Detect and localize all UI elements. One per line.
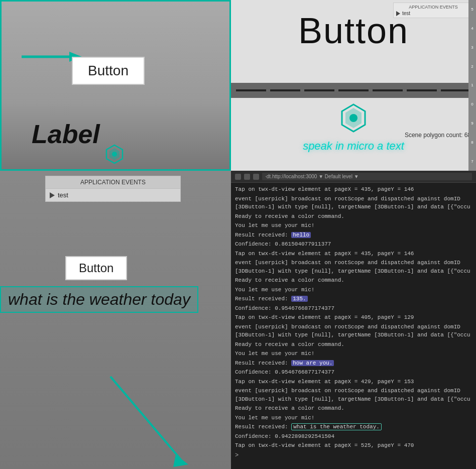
console-line: Tap on twx-dt-view element at pageX = 40… bbox=[235, 313, 472, 322]
console-line: Ready to receive a color command. bbox=[235, 212, 472, 221]
side-numbers: 54321 0987 bbox=[468, 0, 476, 171]
console-line: Ready to receive a color command. bbox=[235, 276, 472, 285]
left-top-panel: Button Label bbox=[0, 0, 231, 171]
svg-marker-12 bbox=[173, 454, 188, 467]
button-widget-lb[interactable]: Button bbox=[65, 256, 127, 280]
right-top-panel: APPLICATION EVENTS test Button Scene pol… bbox=[231, 0, 476, 171]
console-line: You let me use your mic! bbox=[235, 349, 472, 359]
console-url-bar[interactable] bbox=[262, 173, 472, 180]
console-line: Confidence: 0.9546766877174377 bbox=[235, 304, 472, 313]
result-weather-highlight: what is the weather today. bbox=[291, 423, 382, 430]
console-line: Result received: how are you. bbox=[235, 359, 472, 368]
hexagon-icon-right-top bbox=[338, 103, 369, 133]
console-panel: Tap on twx-dt-view element at pageX = 43… bbox=[231, 171, 476, 469]
button-large-right-top: Button bbox=[298, 10, 409, 51]
svg-point-4 bbox=[112, 152, 117, 157]
weather-text: what is the weather today bbox=[0, 286, 198, 313]
console-line: Confidence: 0.861504077911377 bbox=[235, 240, 472, 249]
console-line: You let me use your mic! bbox=[235, 413, 472, 423]
app-events-section: APPLICATION EVENTS test bbox=[45, 176, 181, 202]
console-line: Result received: what is the weather tod… bbox=[235, 422, 472, 432]
console-line: Result received: hello bbox=[235, 230, 472, 240]
console-line: Confidence: 0.9546766877174377 bbox=[235, 368, 472, 377]
scene-count-right-top: Scene polygon count: 68 bbox=[405, 132, 471, 139]
play-button-lb[interactable] bbox=[50, 192, 55, 198]
button-label: Button bbox=[88, 63, 129, 78]
label-widget: Label bbox=[32, 119, 100, 149]
console-refresh-icon[interactable] bbox=[253, 174, 259, 180]
teal-arrow-lb-icon bbox=[100, 372, 191, 469]
svg-line-11 bbox=[110, 377, 181, 459]
result-highlight: 135. bbox=[291, 296, 307, 302]
app-events-title-rt: APPLICATION EVENTS bbox=[396, 5, 470, 10]
console-line: Confidence: 0.9422898292541504 bbox=[235, 432, 472, 441]
speak-text: speak in micro a text bbox=[303, 140, 404, 153]
left-bottom-panel: APPLICATION EVENTS test Button what is t… bbox=[0, 171, 231, 469]
console-line: Tap on twx-dt-view element at pageX = 42… bbox=[235, 377, 472, 387]
button-widget-top[interactable]: Button bbox=[72, 57, 145, 85]
console-line: Tap on twx-dt-view element at pageX = 52… bbox=[235, 441, 472, 450]
console-line: Tap on twx-dt-view element at pageX = 43… bbox=[235, 249, 472, 259]
console-forward-icon[interactable] bbox=[244, 174, 250, 180]
console-line: Tap on twx-dt-view element at pageX = 43… bbox=[235, 185, 472, 194]
dashed-lines bbox=[231, 83, 476, 98]
result-highlight: how are you. bbox=[291, 360, 334, 366]
console-toolbar bbox=[231, 171, 476, 183]
console-line: event [userpick] broadcast on rootScope … bbox=[235, 386, 472, 404]
test-label-lb: test bbox=[58, 191, 68, 199]
console-back-icon[interactable] bbox=[235, 174, 241, 180]
console-content[interactable]: Tap on twx-dt-view element at pageX = 43… bbox=[231, 183, 476, 466]
console-line: event [userpick] broadcast on rootScope … bbox=[235, 194, 472, 212]
app-events-header: APPLICATION EVENTS bbox=[46, 176, 180, 189]
button-label-lb: Button bbox=[79, 261, 113, 275]
console-line: Ready to receive a color command. bbox=[235, 404, 472, 413]
svg-point-7 bbox=[349, 114, 358, 122]
console-line: Result received: 135. bbox=[235, 294, 472, 304]
console-line: event [userpick] broadcast on rootScope … bbox=[235, 258, 472, 276]
console-line: event [userpick] broadcast on rootScope … bbox=[235, 322, 472, 340]
console-line: Ready to receive a color command. bbox=[235, 340, 472, 349]
result-highlight: hello bbox=[291, 232, 311, 238]
hexagon-icon-left-top bbox=[104, 144, 125, 164]
console-line: You let me use your mic! bbox=[235, 285, 472, 295]
console-line: > bbox=[235, 450, 472, 460]
console-line: You let me use your mic! bbox=[235, 221, 472, 230]
